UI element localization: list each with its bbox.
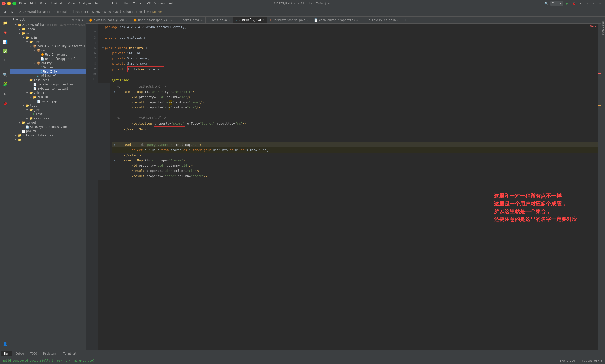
menu-help[interactable]: Help [168,2,175,5]
error-nav-down[interactable]: ▼ [594,25,596,28]
tab-close-userinfo[interactable]: ✕ [262,18,264,21]
tab-userinfomapper-java[interactable]: I UserInfoMapper.java ✕ [267,16,311,23]
minimize-button[interactable]: − [7,2,11,5]
forward-button[interactable]: ▶ [10,9,16,15]
tab-close-hs[interactable]: ✕ [397,19,399,21]
coverage-button[interactable]: ☂ [578,1,583,6]
tab-scores[interactable]: C Scores.java ✕ [175,16,206,23]
tab-test[interactable]: C Test.java ✕ [206,16,233,23]
menu-file[interactable]: File [19,2,26,5]
debug-button[interactable]: 🐞 [571,1,577,6]
close-button[interactable]: ✕ [2,2,6,5]
code-scroll[interactable]: package com.A1207.A1207MyBalischat01.ent… [98,24,601,350]
bc-com[interactable]: com [83,10,88,13]
tree-item-test-resources[interactable]: ▶ 📁 resources [10,116,86,120]
tree-item-userinfo[interactable]: ▶ C UserInfo [10,69,86,74]
tree-item-iml[interactable]: ▶ 📄 A1207MyBalischat01.iml [10,125,86,129]
tab-close-uimjava[interactable]: ✕ [307,19,308,21]
tree-item-pom[interactable]: ▶ 📄 pom.xml [10,129,86,133]
event-log[interactable]: Event Log [560,359,575,362]
menu-edit[interactable]: Edit [29,2,36,5]
run-config-selector[interactable]: Test ▼ [550,1,563,6]
tree-item-main[interactable]: ▼ 📂 main [10,36,86,40]
tree-item-test[interactable]: ▼ 📂 test [10,104,86,108]
tree-item-src[interactable]: ▼ 📂 src [10,31,86,36]
git-icon[interactable]: ⑂ [1,56,10,65]
tree-item-entity[interactable]: ▼ 📦 entity [10,61,86,65]
tree-item-target[interactable]: ▼ 📂 target [10,120,86,125]
profile-button[interactable]: ⚡ [584,1,590,6]
plugins-icon[interactable]: 🧩 [1,80,10,88]
tab-close-test[interactable]: ✕ [228,19,230,21]
tree-item-webapp[interactable]: ▼ 📂 webapp [10,91,86,95]
menu-run[interactable]: Run [124,2,129,5]
bottom-tab-debug[interactable]: Debug [13,351,27,356]
tree-item-dao[interactable]: ▼ 📦 dao [10,48,86,52]
tree-item-idea[interactable]: ▶ 📁 .idea [10,27,86,31]
tab-close-uimxml[interactable]: ✕ [170,19,172,21]
database-sidebar[interactable]: Database [601,16,605,350]
tab-mybatis-config[interactable]: 🔶 mybatis-config.xml ✕ [86,16,130,23]
menu-code[interactable]: Code [68,2,75,5]
back-button[interactable]: ◀ [2,9,8,15]
bottom-tab-terminal[interactable]: Terminal [60,351,80,356]
project-icon[interactable]: 📁 [1,18,10,27]
bc-src[interactable]: src [54,10,59,13]
tree-item-root[interactable]: ▼ 📂 A1207MyBalischat01 D:\JavaEnterprise… [10,23,86,27]
sidebar-collapse-icon[interactable]: − [75,18,77,21]
tab-close-ds[interactable]: ✕ [356,19,358,21]
bc-project[interactable]: A1207MyBalischat01 [19,10,50,13]
bc-proj[interactable]: A1207MyBalischat01 [104,10,135,13]
maximize-button[interactable]: + [12,2,16,5]
menu-analyze[interactable]: Analyze [79,2,91,5]
run-button[interactable]: ▶ [564,1,570,6]
tree-item-userinfomapper-xml[interactable]: ▶ 📄 UserInfoMapper.xml [10,57,86,61]
tree-item-index[interactable]: ▶ 📄 index.jsp [10,99,86,104]
tree-item-test-class[interactable]: ▶ C Test [10,112,86,116]
tree-item-java[interactable]: ▼ 📂 java [10,40,86,44]
tree-item-scratches[interactable]: ▶ 📁 [10,138,86,142]
menu-build[interactable]: Build [112,2,120,5]
settings-icon[interactable]: ⚙ [597,1,603,6]
bc-java[interactable]: java [73,10,80,13]
tree-item-test-java[interactable]: ▼ 📂 java [10,108,86,112]
tab-datasource[interactable]: 📄 dataSource.properties ✕ [311,16,361,23]
error-nav-up[interactable]: ▲ [592,25,594,28]
tree-item-datasource[interactable]: ▶ 📄 dataSource.properties [10,82,86,87]
menu-view[interactable]: View [40,2,47,5]
run-side-icon[interactable]: ▶ [1,89,10,98]
tab-close-mybatis[interactable]: ✕ [126,19,127,21]
bottom-tab-todo[interactable]: TODO [27,351,40,356]
sidebar-expand-icon[interactable]: ⊞ [79,18,80,21]
profile-side-icon[interactable]: 👤 [1,339,10,348]
bottom-tab-run[interactable]: Run [1,351,12,356]
sidebar-gear-icon[interactable]: ⚙ [82,18,83,21]
menu-tools[interactable]: Tools [133,2,142,5]
tree-item-helloservlet[interactable]: ▶ C HelloServlet [10,74,86,78]
sidebar-settings-icon[interactable]: ⚙ [72,18,74,21]
tab-helloservlet[interactable]: C HelloServlet.java ✕ [361,16,402,23]
bc-scores[interactable]: Scores [153,10,163,13]
tree-item-webinf[interactable]: ▼ 📂 WEB-INF [10,95,86,99]
debug-side-icon[interactable]: 🐞 [1,99,10,107]
find-icon[interactable]: 🔍 [1,70,10,79]
bc-main[interactable]: main [62,10,69,13]
tree-item-resources[interactable]: ▼ 📂 resources [10,78,86,82]
tree-item-mybatis[interactable]: ▶ 📄 mybatis-config.xml [10,87,86,91]
structure-icon[interactable]: 📊 [1,37,10,46]
tree-item-ext-libs[interactable]: ▶ 📁 External Libraries [10,133,86,138]
tab-userinfo[interactable]: C UserInfo.java ✕ [233,16,267,23]
tree-item-userinfomapper[interactable]: ▶ 🔶 UserInfoMapper [10,52,86,57]
search-icon[interactable]: 🔍 [543,1,549,6]
menu-window[interactable]: Window [154,2,165,5]
tab-userinfomapper-xml[interactable]: 🔶 UserInfoMapper.xml ✕ [130,16,175,23]
menu-refactor[interactable]: Refactor [94,2,108,5]
tree-item-scores[interactable]: ▶ C Scores [10,65,86,69]
menu-vcs[interactable]: VCS [146,2,151,5]
tab-close-scores[interactable]: ✕ [201,19,203,21]
todo-icon[interactable]: ✅ [1,47,10,55]
bookmark-icon[interactable]: 🔖 [1,28,10,36]
menu-navigate[interactable]: Navigate [51,2,64,5]
tab-more[interactable]: » [402,16,409,23]
bottom-tab-problems[interactable]: Problems [40,351,60,356]
